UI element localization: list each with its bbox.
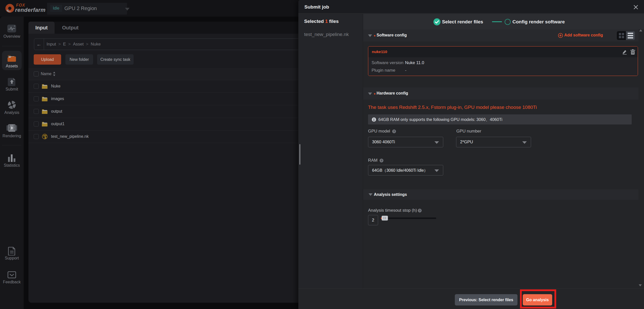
svg-text:?: ?	[419, 209, 421, 212]
svg-text:?: ?	[393, 130, 395, 133]
svg-text:?: ?	[381, 159, 382, 162]
